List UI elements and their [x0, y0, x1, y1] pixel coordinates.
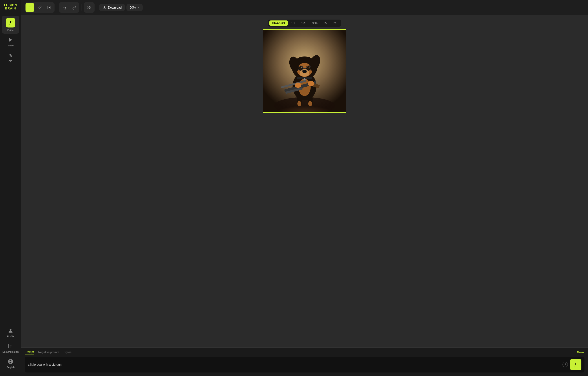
pencil-icon — [38, 6, 42, 10]
svg-point-43 — [295, 83, 301, 88]
toolbar: Download 60% — [21, 0, 588, 15]
toolbar-divider-1 — [57, 4, 57, 10]
svg-point-2 — [10, 55, 12, 56]
sidebar-item-api-label: API — [9, 60, 12, 62]
chevron-down-icon — [137, 6, 140, 9]
download-label: Download — [108, 6, 122, 9]
zoom-level: 60% — [129, 6, 136, 9]
svg-point-1 — [9, 54, 10, 55]
redo-icon — [72, 6, 76, 10]
svg-rect-15 — [88, 6, 89, 7]
aspect-3-2[interactable]: 3:2 — [321, 21, 330, 26]
generate-button[interactable] — [570, 359, 581, 370]
svg-point-32 — [301, 67, 302, 68]
globe-icon — [8, 358, 14, 365]
canvas-area: 1024x1024 1:1 16:9 9:16 3:2 2:3 — [21, 15, 588, 376]
select-tool-button[interactable] — [25, 3, 34, 12]
grid-button[interactable] — [85, 3, 94, 12]
main-content: Download 60% 1024x1024 1:1 16:9 9:16 3:2… — [21, 0, 588, 376]
sidebar-item-language[interactable]: English — [2, 356, 19, 371]
api-icon — [8, 52, 14, 58]
sidebar-item-video[interactable]: Video — [2, 34, 19, 49]
documentation-icon — [8, 343, 14, 349]
svg-rect-17 — [88, 8, 89, 9]
tab-negative-prompt[interactable]: Negative prompt — [38, 351, 59, 354]
svg-point-46 — [304, 78, 306, 81]
sidebar-nav: Editor Video API — [0, 16, 21, 325]
sidebar: FUSION BRAIN Editor Video — [0, 0, 21, 376]
download-button[interactable]: Download — [99, 4, 125, 11]
sidebar-item-profile-label: Profile — [7, 335, 14, 338]
prompt-tabs: Prompt Negative prompt Styles Reset — [25, 350, 585, 355]
svg-rect-18 — [90, 8, 91, 9]
aspect-9-16[interactable]: 9:16 — [310, 21, 320, 26]
brand-name-line1: FUSION — [4, 3, 17, 7]
generate-sparkle-icon — [573, 362, 578, 367]
svg-point-27 — [302, 70, 307, 73]
toolbar-divider-2 — [82, 4, 82, 10]
svg-point-44 — [308, 81, 315, 86]
brand-name-line2: BRAIN — [5, 7, 16, 10]
aspect-ratio-bar: 1024x1024 1:1 16:9 9:16 3:2 2:3 — [268, 20, 341, 27]
sidebar-bottom: Profile Documentation — [2, 325, 19, 373]
zoom-control[interactable]: 60% — [126, 4, 143, 11]
svg-marker-0 — [9, 38, 12, 42]
editor-icon-box — [6, 18, 15, 28]
dog-image-svg — [263, 30, 346, 112]
sidebar-item-video-label: Video — [8, 44, 14, 47]
reset-button[interactable]: Reset — [577, 351, 585, 354]
svg-point-33 — [309, 67, 310, 68]
svg-line-3 — [10, 55, 11, 55]
svg-rect-16 — [90, 6, 91, 7]
sidebar-item-editor[interactable]: Editor — [2, 16, 19, 34]
prompt-input[interactable] — [28, 363, 560, 366]
sparkle-tool-icon — [28, 6, 32, 10]
prompt-input-row: ? — [25, 357, 585, 373]
svg-point-4 — [10, 329, 12, 331]
add-image-button[interactable] — [45, 3, 54, 12]
sidebar-item-api[interactable]: API — [2, 50, 19, 64]
prompt-help-button[interactable]: ? — [563, 362, 568, 367]
sparkle-icon — [8, 20, 13, 25]
toolbar-divider-3 — [97, 4, 97, 10]
tab-styles[interactable]: Styles — [63, 351, 71, 354]
toolbar-history-group — [59, 2, 79, 13]
aspect-2-3[interactable]: 2:3 — [331, 21, 340, 26]
aspect-16-9[interactable]: 16:9 — [298, 21, 309, 26]
toolbar-grid-group — [84, 2, 94, 13]
aspect-1-1[interactable]: 1:1 — [289, 21, 298, 26]
toolbar-tools-group — [25, 2, 54, 13]
profile-icon — [8, 328, 14, 334]
tab-prompt[interactable]: Prompt — [25, 350, 34, 355]
download-icon — [103, 6, 106, 9]
sidebar-item-editor-label: Editor — [8, 29, 14, 31]
grid-icon — [87, 6, 91, 10]
draw-tool-button[interactable] — [35, 3, 44, 12]
sidebar-item-language-label: English — [7, 366, 14, 368]
brand-logo: FUSION BRAIN — [2, 3, 19, 10]
sidebar-item-profile[interactable]: Profile — [2, 325, 19, 340]
svg-point-39 — [308, 101, 312, 106]
aspect-1024x1024[interactable]: 1024x1024 — [269, 21, 288, 26]
sidebar-item-documentation-label: Documentation — [2, 351, 19, 353]
generated-image — [263, 29, 346, 113]
svg-point-38 — [297, 101, 301, 106]
sidebar-item-documentation[interactable]: Documentation — [2, 341, 19, 355]
redo-button[interactable] — [70, 3, 78, 12]
undo-icon — [63, 6, 66, 10]
video-icon — [8, 37, 14, 43]
prompt-panel: Prompt Negative prompt Styles Reset ? — [21, 347, 588, 376]
undo-button[interactable] — [60, 3, 69, 12]
add-image-icon — [47, 6, 51, 10]
